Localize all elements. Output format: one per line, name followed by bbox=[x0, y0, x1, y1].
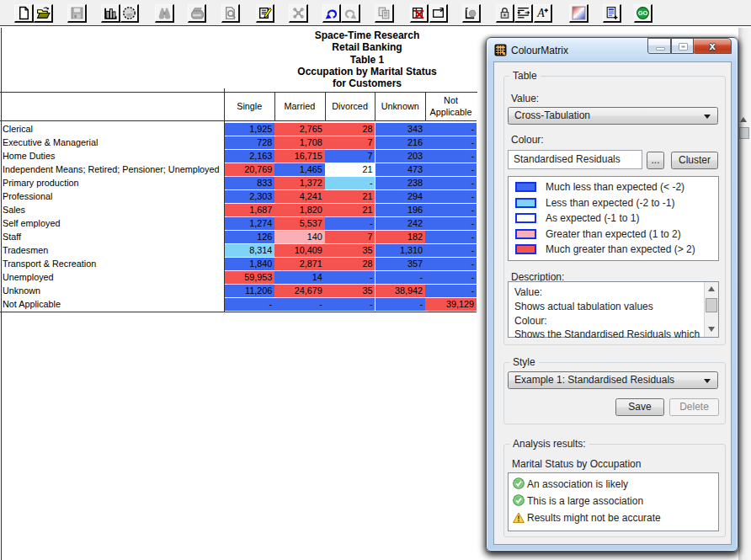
svg-text:A: A bbox=[536, 7, 545, 19]
svg-text:GO: GO bbox=[638, 9, 648, 17]
